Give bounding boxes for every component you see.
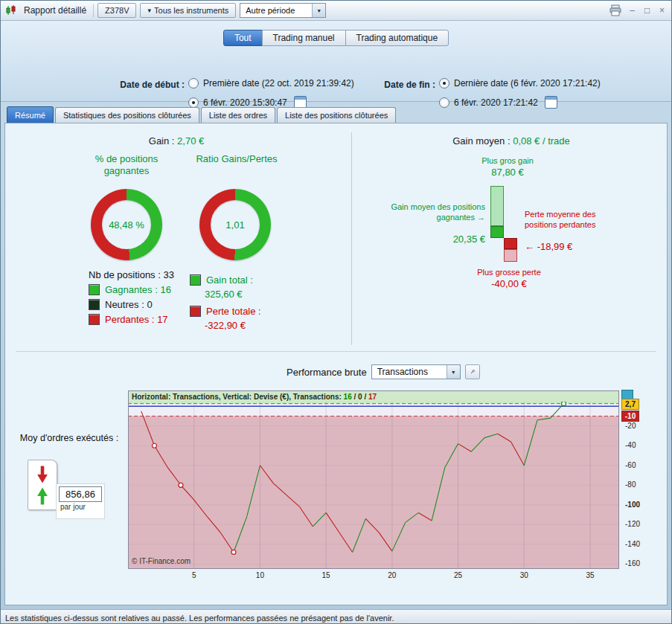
x-tick-label: 20 <box>383 571 401 579</box>
period-select[interactable]: Autre période ▼ <box>240 3 326 18</box>
legend-swatch-neutral <box>89 299 100 310</box>
chart-x-axis[interactable]: 5101520253035 <box>128 570 619 581</box>
legend-gagnantes: Gagnantes : 16 <box>89 284 171 295</box>
ratio-value: 1,01 <box>225 219 244 231</box>
max-gain-value: 87,80 € <box>448 167 567 178</box>
wrench-icon <box>470 367 475 376</box>
chart-y-axis[interactable]: -20-40-60-80-100-120-140-1602,7-10 <box>621 390 652 569</box>
legend-swatch-red <box>89 314 100 325</box>
performance-chart[interactable]: Horizontal: Transactions, Vertical: Devi… <box>128 390 619 569</box>
max-loss-label: Plus grosse perte <box>449 268 569 277</box>
x-tick-label: 15 <box>317 571 335 579</box>
report-window: Rapport détaillé Z378V ▾ Tous les instru… <box>0 0 672 624</box>
gain-total-value: 325,60 € <box>205 289 243 300</box>
select-arrow-icon: ▼ <box>312 4 325 17</box>
instrument-code-button[interactable]: Z378V <box>97 3 136 18</box>
orders-average-value: 856,86 <box>59 486 102 502</box>
caret-down-icon: ▾ <box>147 7 151 14</box>
gain-total-row: Gain total : <box>190 274 253 286</box>
performance-chart-svg <box>128 390 619 569</box>
vertical-divider <box>351 132 352 345</box>
avg-gain-bar <box>490 226 504 238</box>
y-tick-label: -100 <box>625 501 640 509</box>
winpct-donut-chart: 48,48 % <box>91 189 162 260</box>
mode-tab-tout[interactable]: Tout <box>223 30 263 46</box>
radio-start-first-date[interactable]: Première date (22 oct. 2019 21:39:42) <box>188 78 354 89</box>
select-arrow-icon: ▼ <box>447 365 460 379</box>
report-tabs: Résumé Statistiques des positions clôtur… <box>1 101 671 123</box>
arrow-left-icon: ← <box>525 241 534 252</box>
x-tick-label: 25 <box>449 571 467 579</box>
max-gain-bar <box>490 186 504 226</box>
y-tick-label: -140 <box>625 540 640 548</box>
arrow-up-icon <box>36 486 48 506</box>
ratio-donut-chart: 1,01 <box>199 189 271 260</box>
filter-panel: Tout Trading manuel Trading automatique … <box>1 21 671 102</box>
radio-icon <box>439 78 449 89</box>
y-axis-badge: -10 <box>621 411 639 422</box>
maximize-button[interactable]: □ <box>642 1 652 21</box>
date-end-label: Date de fin : <box>351 80 435 90</box>
x-tick-label: 5 <box>185 571 203 579</box>
mode-tabs: Tout Trading manuel Trading automatique <box>1 30 671 46</box>
perte-totale-value: -322,90 € <box>205 320 246 331</box>
y-axis-badge: 2,7 <box>621 399 639 410</box>
x-tick-label: 10 <box>251 571 269 579</box>
gain-total-header: Gain : 2,70 € <box>50 135 303 147</box>
chart-copyright: © IT-Finance.com <box>132 557 191 565</box>
orders-average-unit: par jour <box>57 503 104 511</box>
instruments-button[interactable]: ▾ Tous les instruments <box>140 3 236 18</box>
tab-liste-ordres[interactable]: Liste des ordres <box>201 107 275 123</box>
horizontal-divider <box>16 351 656 352</box>
max-gain-label: Plus gros gain <box>448 156 567 165</box>
radio-icon <box>188 78 199 89</box>
gain-moyen-header: Gain moyen : 0,08 € / trade <box>392 135 630 147</box>
legend-swatch-green <box>89 284 100 295</box>
avg-gain-label: Gain moyen des positions gagnantes → <box>374 202 485 223</box>
app-icon <box>5 4 17 16</box>
max-loss-value: -40,00 € <box>449 278 569 289</box>
winpct-title: % de positions gagnantes <box>74 153 179 176</box>
avg-gain-value: 20,35 € <box>374 234 485 245</box>
radio-end-last-date[interactable]: Dernière date (6 févr. 2020 17:21:42) <box>439 78 601 89</box>
perte-totale-row: Perte totale : <box>190 306 261 317</box>
status-text: Les statistiques ci-dessus sont relative… <box>5 614 394 623</box>
arrow-right-icon: → <box>477 213 485 222</box>
orders-arrows-icon <box>28 460 57 510</box>
tab-resume[interactable]: Résumé <box>7 106 54 123</box>
chart-settings-button[interactable] <box>465 364 480 379</box>
max-loss-bar <box>504 249 517 262</box>
legend-perdantes: Perdantes : 17 <box>89 314 168 325</box>
x-tick-label: 30 <box>515 571 533 579</box>
performance-label: Performance brute <box>287 367 367 378</box>
y-tick-label: -40 <box>625 441 636 449</box>
mode-tab-trading-manuel[interactable]: Trading manuel <box>262 30 346 46</box>
printer-icon[interactable] <box>609 4 622 16</box>
mode-tab-trading-automatique[interactable]: Trading automatique <box>345 30 449 46</box>
close-button[interactable]: × <box>657 1 667 21</box>
orders-average-card: 856,86 par jour <box>56 483 105 519</box>
summary-panel: Gain : 2,70 € % de positions gagnantes R… <box>4 123 668 605</box>
avg-loss-bar <box>504 238 517 249</box>
performance-controls: Performance brute Transactions ▼ <box>287 364 480 379</box>
y-tick-label: -120 <box>625 520 640 528</box>
gain-total-swatch <box>190 274 201 286</box>
positions-count: Nb de positions : 33 <box>89 269 174 280</box>
date-start-label: Date de début : <box>71 80 185 90</box>
minimize-button[interactable]: – <box>627 1 637 21</box>
ratio-title: Ratio Gains/Pertes <box>193 153 281 165</box>
avg-loss-label: Perte moyenne des positions perdantes <box>525 210 612 231</box>
window-controls: – □ × <box>609 1 667 21</box>
arrow-down-icon <box>36 465 48 484</box>
titlebar: Rapport détaillé Z378V ▾ Tous les instru… <box>1 1 671 21</box>
avg-loss-value: ← -18,99 € <box>525 241 572 252</box>
perte-totale-swatch <box>190 306 201 317</box>
x-tick-label: 35 <box>581 571 599 579</box>
y-tick-label: -80 <box>625 480 636 489</box>
performance-select[interactable]: Transactions ▼ <box>371 364 461 379</box>
y-tick-label: -160 <box>625 559 640 567</box>
legend-neutres: Neutres : 0 <box>89 299 153 310</box>
window-title: Rapport détaillé <box>21 5 89 16</box>
tab-statistiques[interactable]: Statistiques des positions clôturées <box>55 107 199 123</box>
tab-liste-positions[interactable]: Liste des positions clôturées <box>277 107 396 123</box>
